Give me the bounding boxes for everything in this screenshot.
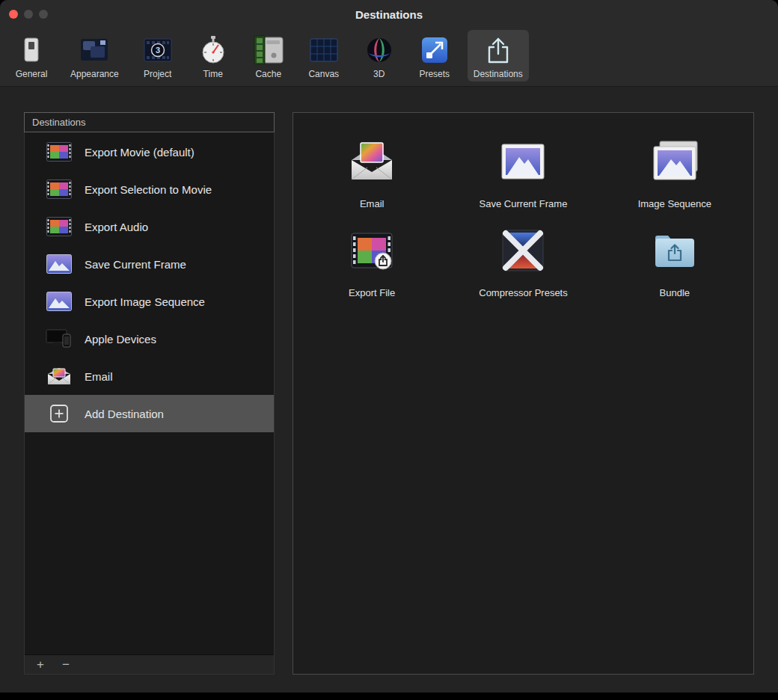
film-icon bbox=[46, 179, 73, 200]
list-item-export-selection[interactable]: Export Selection to Movie bbox=[25, 171, 274, 208]
toolbar-label: Appearance bbox=[70, 69, 119, 79]
image-icon bbox=[46, 254, 73, 274]
toolbar-label: Canvas bbox=[308, 69, 339, 79]
grid-item-save-current-frame[interactable]: Save Current Frame bbox=[447, 132, 598, 209]
destinations-sidebar: Destinations Export Movie (default) bbox=[24, 112, 275, 675]
email-envelope-icon bbox=[346, 132, 397, 191]
toolbar-item-project[interactable]: 3 Project bbox=[135, 30, 180, 82]
toolbar-item-cache[interactable]: Cache bbox=[246, 30, 291, 82]
list-item-export-audio[interactable]: Export Audio bbox=[25, 208, 274, 245]
toolbar-label: Presets bbox=[419, 69, 450, 79]
grid-item-export-file[interactable]: Export File bbox=[296, 221, 447, 298]
share-folder-icon bbox=[651, 221, 699, 280]
compressor-box-icon bbox=[499, 221, 547, 280]
destinations-pane: Destinations Export Movie (default) bbox=[0, 87, 778, 693]
add-destination-panel: Email Save Current Frame bbox=[292, 112, 754, 675]
list-item-label: Export Audio bbox=[85, 221, 148, 233]
framed-image-icon bbox=[499, 132, 547, 191]
destinations-list: Export Movie (default) Export Selection … bbox=[25, 132, 274, 654]
image-icon bbox=[46, 291, 73, 312]
film-icon bbox=[46, 216, 73, 237]
toolbar-label: Project bbox=[144, 69, 171, 79]
grid-item-compressor-presets[interactable]: Compressor Presets bbox=[447, 221, 598, 298]
list-item-label: Export Selection to Movie bbox=[85, 183, 212, 196]
toolbar-item-general[interactable]: General bbox=[9, 30, 54, 82]
window-bottom-edge bbox=[0, 693, 778, 700]
cache-icon bbox=[252, 34, 285, 67]
grid-item-label: Export File bbox=[349, 287, 395, 298]
grid-item-email[interactable]: Email bbox=[296, 132, 447, 209]
toolbar-label: Cache bbox=[255, 69, 281, 79]
list-item-label: Apple Devices bbox=[85, 333, 156, 346]
toolbar-item-destinations[interactable]: Destinations bbox=[468, 30, 529, 82]
list-item-save-current-frame[interactable]: Save Current Frame bbox=[25, 245, 274, 283]
window-title: Destinations bbox=[0, 8, 778, 21]
film-icon bbox=[46, 141, 73, 162]
grid-item-label: Bundle bbox=[660, 287, 690, 298]
list-item-label: Export Movie (default) bbox=[85, 146, 194, 159]
list-item-export-movie[interactable]: Export Movie (default) bbox=[25, 133, 274, 171]
list-item-export-image-sequence[interactable]: Export Image Sequence bbox=[25, 283, 274, 320]
grid-item-label: Image Sequence bbox=[638, 198, 711, 209]
add-button[interactable]: + bbox=[34, 658, 47, 671]
share-icon bbox=[482, 34, 515, 67]
toolbar-label: Destinations bbox=[474, 69, 523, 79]
list-item-label: Save Current Frame bbox=[85, 258, 186, 271]
preferences-window: Destinations General Appearance bbox=[0, 0, 778, 693]
grid-item-bundle[interactable]: Bundle bbox=[599, 221, 750, 298]
grid-item-image-sequence[interactable]: Image Sequence bbox=[599, 132, 750, 209]
envelope-icon bbox=[46, 366, 73, 387]
toolbar-item-presets[interactable]: Presets bbox=[412, 30, 457, 82]
devices-icon bbox=[46, 328, 73, 349]
sidebar-header: Destinations bbox=[24, 112, 275, 132]
film-share-icon bbox=[348, 221, 396, 280]
list-item-apple-devices[interactable]: Apple Devices bbox=[25, 320, 274, 357]
toolbar-item-3d[interactable]: 3D bbox=[357, 30, 402, 82]
toolbar-item-appearance[interactable]: Appearance bbox=[64, 30, 125, 82]
list-item-email[interactable]: Email bbox=[25, 357, 274, 395]
list-item-label: Email bbox=[85, 370, 113, 383]
grid-item-label: Save Current Frame bbox=[480, 198, 568, 209]
preferences-toolbar: General Appearance bbox=[0, 28, 778, 87]
remove-button[interactable]: − bbox=[59, 658, 73, 671]
presets-icon bbox=[418, 34, 451, 67]
title-bar: Destinations bbox=[0, 0, 778, 28]
toolbar-label: General bbox=[16, 69, 48, 79]
list-item-add-destination[interactable]: Add Destination bbox=[25, 395, 274, 432]
destination-grid: Email Save Current Frame bbox=[296, 132, 750, 298]
image-stack-icon bbox=[651, 132, 699, 191]
grid-item-label: Compressor Presets bbox=[479, 287, 567, 298]
toolbar-item-canvas[interactable]: Canvas bbox=[301, 30, 346, 82]
toolbar-item-time[interactable]: Time bbox=[191, 30, 236, 82]
toolbar-label: Time bbox=[203, 69, 223, 79]
list-item-label: Add Destination bbox=[85, 408, 164, 420]
appearance-icon bbox=[78, 34, 111, 67]
project-icon: 3 bbox=[141, 34, 174, 67]
grid-item-label: Email bbox=[360, 198, 385, 209]
plus-box-icon bbox=[46, 403, 73, 424]
3d-sphere-icon bbox=[363, 34, 396, 67]
toolbar-label: 3D bbox=[373, 69, 385, 79]
stopwatch-icon bbox=[197, 34, 230, 67]
sidebar-footer: + − bbox=[25, 654, 274, 674]
svg-text:3: 3 bbox=[156, 46, 160, 55]
general-icon bbox=[15, 34, 48, 67]
list-item-label: Export Image Sequence bbox=[85, 295, 205, 308]
canvas-icon bbox=[307, 34, 340, 67]
